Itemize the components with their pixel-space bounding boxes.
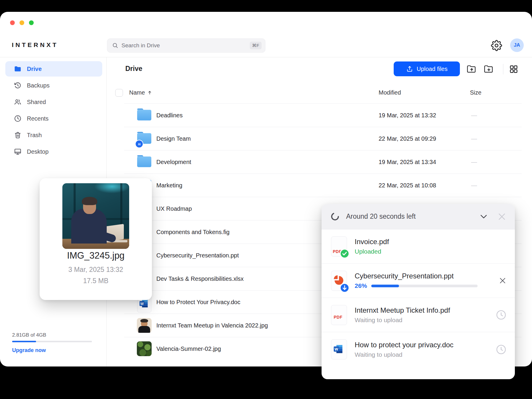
uploaded-check-badge: [340, 249, 350, 259]
sidebar-item-trash[interactable]: Trash: [5, 127, 102, 143]
column-header-modified[interactable]: Modified: [379, 89, 401, 96]
column-modified-label: Modified: [379, 89, 401, 96]
sidebar-item-label: Drive: [27, 66, 42, 72]
upload-folder-button[interactable]: [465, 63, 478, 76]
waiting-clock-icon: [496, 309, 507, 320]
table-row[interactable]: Deadlines 19 Mar, 2025 at 13:32 —: [124, 103, 522, 127]
uploading-arrow-badge: [340, 283, 350, 293]
upload-item: PDF Invoice.pdf Uploaded: [322, 229, 515, 264]
select-all-checkbox[interactable]: [115, 89, 123, 97]
storage-usage-label: 2.81GB of 4GB: [12, 332, 46, 338]
svg-text:W: W: [335, 347, 338, 351]
column-header-name[interactable]: Name: [129, 89, 152, 96]
new-folder-button[interactable]: [482, 63, 495, 76]
sidebar-item-label: Shared: [27, 99, 46, 106]
sidebar-item-backups[interactable]: Backups: [5, 78, 102, 93]
trash-icon: [14, 131, 22, 139]
sidebar-item-shared[interactable]: Shared: [5, 94, 102, 110]
folder-icon: [137, 155, 152, 169]
window-minimize-button[interactable]: [20, 20, 24, 25]
clock-icon: [14, 115, 22, 122]
window-close-button[interactable]: [10, 20, 15, 25]
upload-files-button[interactable]: Upload files: [394, 61, 460, 76]
upload-item: Cybersecurity_Presentation.ppt 26%: [322, 264, 515, 298]
file-modified: 19 Mar, 2025 at 13:32: [379, 104, 436, 127]
upload-status: Waiting to upload: [355, 351, 496, 358]
file-name: Internxt Team Meetup in Valencia 2022.jp…: [156, 314, 268, 337]
shared-users-icon: [14, 98, 22, 106]
file-name: Deadlines: [156, 104, 183, 127]
file-name: Marketing: [156, 174, 182, 197]
upload-progress-bar: [371, 285, 478, 287]
file-modified: 22 Mar, 2025 at 09:29: [379, 127, 436, 150]
file-name: Cybersecurity_Presentation.ppt: [156, 244, 239, 267]
upload-file-name: How to protect your privacy.doc: [355, 341, 496, 349]
cancel-upload-icon[interactable]: [499, 277, 507, 285]
upload-file-name: Internxt Meetup Ticket Info.pdf: [355, 306, 496, 314]
folder-icon: [137, 108, 152, 123]
file-modified: 22 Mar, 2025 at 10:08: [379, 174, 436, 197]
folder-upload-icon: [467, 64, 477, 74]
table-row[interactable]: Marketing 22 Mar, 2025 at 10:08 —: [124, 173, 522, 197]
storage-progress-fill: [12, 341, 36, 342]
upgrade-now-link[interactable]: Upgrade now: [12, 347, 46, 353]
sidebar-item-label: Trash: [27, 132, 42, 139]
file-name: UX Roadmap: [156, 197, 192, 220]
upload-item: PDF Internxt Meetup Ticket Info.pdf Wait…: [322, 298, 515, 332]
preview-image: [62, 183, 129, 249]
shared-folder-icon: [137, 131, 152, 146]
column-name-label: Name: [129, 89, 145, 96]
upload-panel-header: Around 20 seconds left: [322, 204, 515, 229]
file-name: Design Team: [156, 127, 191, 150]
search-icon: [112, 42, 119, 49]
column-header-size[interactable]: Size: [470, 89, 481, 96]
storage-progress-bar: [12, 341, 92, 342]
file-name: Dev Tasks & Responsibilities.xlsx: [156, 267, 244, 291]
upload-files-label: Upload files: [417, 66, 448, 72]
backups-history-icon: [14, 82, 22, 89]
preview-filename: IMG_3245.jpg: [40, 250, 152, 261]
gear-icon: [491, 40, 502, 51]
file-name: Development: [156, 150, 191, 174]
upload-status: Uploaded: [355, 248, 507, 255]
file-name: Valencia-Summer-02.jpg: [156, 337, 221, 361]
sidebar-item-drive[interactable]: Drive: [5, 61, 102, 77]
shared-badge-icon: [135, 140, 143, 148]
preview-filesize: 17.5 MB: [40, 277, 152, 285]
grid-view-icon: [509, 64, 518, 74]
column-size-label: Size: [470, 89, 481, 96]
chevron-down-icon[interactable]: [479, 212, 488, 221]
search-placeholder: Search in Drive: [121, 42, 250, 49]
avatar-initials: JA: [514, 42, 520, 48]
file-size: —: [471, 174, 477, 197]
pdf-file-icon: PDF: [331, 236, 347, 257]
page-title: Drive: [125, 65, 142, 73]
photo-thumbnail: [137, 341, 152, 356]
window-zoom-button[interactable]: [29, 20, 34, 25]
upload-file-name: Invoice.pdf: [355, 238, 507, 246]
table-row[interactable]: Design Team 22 Mar, 2025 at 09:29 —: [124, 127, 522, 150]
upload-icon: [406, 65, 413, 72]
grid-view-button[interactable]: [507, 63, 520, 76]
pdf-file-icon: PDF: [331, 305, 347, 325]
upload-status: Waiting to upload: [355, 317, 496, 324]
table-row[interactable]: Development 19 Mar, 2025 at 13:34 —: [124, 150, 522, 174]
file-preview-card: IMG_3245.jpg 3 Mar, 2025 13:32 17.5 MB: [40, 178, 152, 300]
photo-thumbnail: [137, 318, 152, 333]
sidebar-item-desktop[interactable]: Desktop: [5, 144, 102, 159]
internxt-logo: INTERNXT: [12, 41, 58, 48]
close-icon[interactable]: [497, 212, 507, 221]
sort-ascending-icon: [147, 90, 152, 95]
waiting-clock-icon: [496, 344, 507, 355]
file-name: How to Protect Your Privacy.doc: [156, 291, 240, 314]
folder-plus-icon: [484, 64, 494, 74]
settings-button[interactable]: [491, 40, 502, 51]
sidebar-item-label: Backups: [27, 82, 50, 89]
search-input[interactable]: Search in Drive ⌘F: [107, 38, 265, 53]
upload-percent-label: 26%: [355, 282, 367, 289]
sidebar-item-recents[interactable]: Recents: [5, 111, 102, 126]
avatar[interactable]: JA: [510, 38, 524, 52]
svg-text:W: W: [140, 302, 144, 306]
upload-time-remaining: Around 20 seconds left: [346, 213, 479, 220]
desktop-background: { "colors":{"accent_blue":"#0a5cff","lin…: [0, 0, 532, 399]
